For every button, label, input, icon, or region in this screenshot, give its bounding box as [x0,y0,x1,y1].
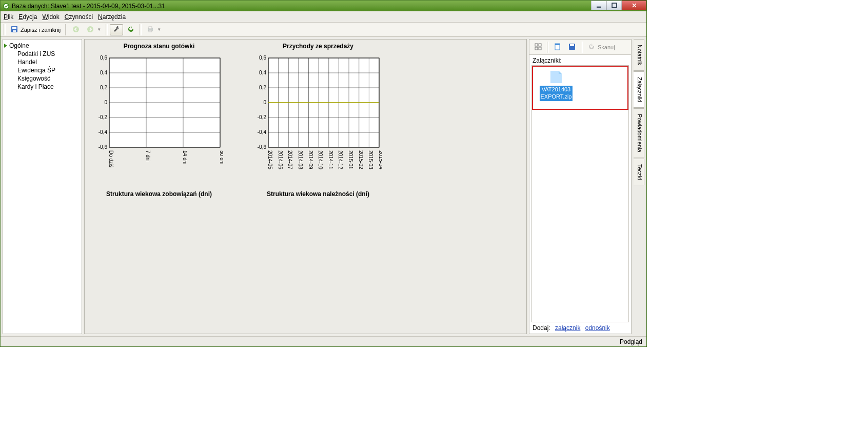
svg-text:2015-04: 2015-04 [378,150,382,169]
svg-rect-1 [597,7,601,8]
nav-back-button[interactable] [69,24,83,35]
svg-text:2014-12: 2014-12 [338,150,343,169]
svg-text:30 dni: 30 dni [219,150,223,164]
highlight-annotation: VAT201403EXPORT.zip [532,66,628,110]
svg-rect-10 [149,30,152,32]
save-icon [568,43,576,52]
svg-text:0,6: 0,6 [100,55,107,61]
side-tab-notatnik[interactable]: Notatnik [634,39,644,71]
chart-title: Struktura wiekowa należności (dni) [249,190,387,198]
chart-title: Prognoza stanu gotówki [90,43,228,50]
svg-text:-0,6: -0,6 [98,144,108,150]
chart-canvas: -0,6-0,4-0,200,20,40,6Do dziś7 dni14 dni… [90,55,223,178]
chart-canvas: -0,6-0,4-0,200,20,40,62014-052014-062014… [249,55,382,178]
nav-item-ewidencja[interactable]: Ewidencja ŚP [3,66,82,74]
nav-item-kadry[interactable]: Kardy i Płace [3,83,82,91]
chart-prognoza: Prognoza stanu gotówki -0,6-0,4-0,200,20… [90,43,228,178]
attach-scan-button[interactable]: Skanuj [585,41,618,53]
nav-forward-button[interactable]: ▼ [84,24,104,35]
window-titlebar: Baza danych: Slave1 test - 2015-04-09, 2… [1,1,646,11]
svg-text:2014-07: 2014-07 [287,150,293,169]
svg-text:2014-05: 2014-05 [267,150,273,169]
svg-text:-0,2: -0,2 [98,114,108,120]
window-maximize-button[interactable] [606,1,622,10]
svg-text:0,2: 0,2 [259,85,266,90]
side-tabs: Notatnik Załączniki Powiadomienia Teczki [634,39,644,334]
svg-rect-76 [539,47,541,50]
attach-save-button[interactable] [565,41,579,53]
svg-text:0,4: 0,4 [259,70,266,75]
side-tab-teczki[interactable]: Teczki [634,159,644,186]
svg-text:-0,6: -0,6 [258,144,267,150]
chart-title: Struktura wiekowa zobowiązań (dni) [90,190,228,198]
svg-text:0: 0 [104,100,107,105]
file-name: VAT201403EXPORT.zip [540,86,573,101]
main-content: Prognoza stanu gotówki -0,6-0,4-0,200,20… [84,39,527,334]
dropdown-icon: ▼ [97,27,101,32]
side-tab-zalaczniki[interactable]: Załączniki [634,71,644,108]
svg-rect-75 [535,47,538,50]
app-icon [3,3,10,10]
svg-text:2014-11: 2014-11 [328,150,333,169]
status-bar: Podgląd [1,336,646,346]
navigation-pane: Ogólne Podatki i ZUS Handel Ewidencja ŚP… [3,39,82,334]
svg-text:0,2: 0,2 [100,85,107,90]
chart-przychody: Przychody ze sprzedaży -0,6-0,4-0,200,20… [249,43,387,178]
svg-rect-80 [570,44,574,46]
svg-text:-0,4: -0,4 [258,129,267,135]
nav-item-ogolne[interactable]: Ogólne [3,42,82,50]
print-icon [146,25,154,34]
svg-text:7 dni: 7 dni [145,150,151,162]
svg-text:0: 0 [263,100,266,105]
wrench-icon [112,25,121,34]
attachments-pane: Skanuj Załączniki: VAT201403EXPORT.zip D… [529,39,632,334]
svg-text:2014-10: 2014-10 [318,150,323,169]
nav-item-podatki[interactable]: Podatki i ZUS [3,50,82,58]
side-tab-powiadomienia[interactable]: Powiadomienia [634,108,644,158]
add-label: Dodaj: [532,324,550,332]
attach-open-button[interactable] [551,41,564,53]
svg-text:0,6: 0,6 [259,55,266,61]
menu-bar: Plik Edycja Widok Czynności Narzędzia [1,11,646,23]
status-right-text: Podgląd [620,338,642,345]
svg-text:-0,2: -0,2 [258,114,267,120]
svg-rect-73 [535,44,538,46]
svg-rect-74 [539,44,541,46]
window-close-button[interactable] [622,1,646,10]
toolbar: Zapisz i zamknij ▼ ▼ [1,23,646,37]
menu-narzedzia[interactable]: Narzędzia [98,13,126,21]
menu-plik[interactable]: Plik [4,13,13,21]
add-attachment-link[interactable]: załącznik [555,324,580,332]
print-button[interactable]: ▼ [144,24,164,35]
svg-text:2015-01: 2015-01 [348,150,353,169]
svg-text:2014-09: 2014-09 [308,150,313,169]
back-icon [72,25,80,34]
refresh-button[interactable] [124,24,137,35]
svg-text:0,4: 0,4 [100,70,107,75]
tools-button[interactable] [110,24,123,35]
svg-text:14 dni: 14 dni [182,150,188,164]
menu-edycja[interactable]: Edycja [18,13,37,21]
svg-rect-4 [12,27,16,29]
menu-czynnosci[interactable]: Czynności [65,13,93,21]
dropdown-icon: ▼ [157,27,161,32]
grid-icon [534,43,542,52]
attachments-add-row: Dodaj: załącznik odnośnik [529,322,631,334]
nav-item-handel[interactable]: Handel [3,58,82,66]
svg-point-6 [73,26,79,32]
nav-item-ksiegowosc[interactable]: Księgowość [3,74,82,83]
window-title: Baza danych: Slave1 test - 2015-04-09, 2… [12,3,165,10]
menu-widok[interactable]: Widok [42,13,59,21]
attachments-list[interactable]: VAT201403EXPORT.zip [531,65,629,322]
svg-text:2015-03: 2015-03 [368,150,373,169]
chart-naleznosci: Struktura wiekowa należności (dni) [249,190,387,203]
window-minimize-button[interactable] [591,1,606,10]
svg-rect-5 [13,30,16,32]
refresh-icon [127,25,135,34]
save-close-button[interactable]: Zapisz i zamknij [8,24,63,35]
scan-refresh-icon [587,43,596,52]
attachment-file[interactable]: VAT201403EXPORT.zip [536,70,576,101]
attach-view-button[interactable] [531,41,545,53]
add-reference-link[interactable]: odnośnik [585,324,610,332]
attachments-label: Załączniki: [529,55,631,65]
